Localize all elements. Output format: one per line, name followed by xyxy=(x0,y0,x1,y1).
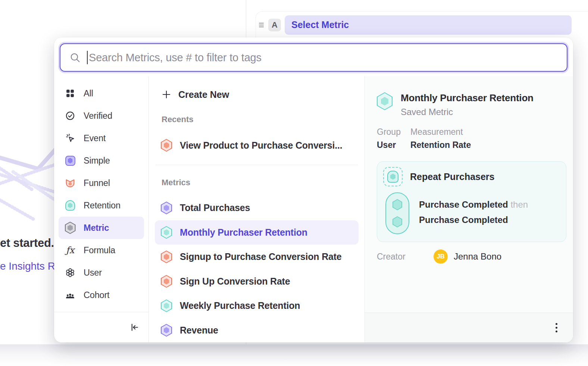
metric-item-weekly-purchase-retention[interactable]: Weekly Purchase Retention xyxy=(155,294,359,318)
search-icon xyxy=(69,52,81,63)
simple-icon xyxy=(65,154,76,167)
metric-list-column: Create New Recents View Product to Purch… xyxy=(149,76,365,342)
definition-card: Repeat Purchasers Purchase Completed the… xyxy=(377,161,566,242)
creator-name: Jenna Bono xyxy=(454,251,501,262)
event-hexagon-icon xyxy=(392,199,402,210)
sidebar-item-event[interactable]: Event xyxy=(59,127,144,149)
query-builder-row: A Select Metric xyxy=(256,11,588,38)
avatar: JB xyxy=(434,249,448,264)
sidebar-item-formula[interactable]: ƒx Formula xyxy=(59,239,144,261)
text-cursor xyxy=(87,51,88,64)
metric-picker-dialog: Search Metrics, use # to filter to tags … xyxy=(54,37,573,342)
event-hexagon-icon xyxy=(392,216,402,227)
verified-badge-icon xyxy=(65,109,76,122)
background-link-partial[interactable]: e Insights Re xyxy=(0,260,55,272)
metric-item-signup-to-purchase[interactable]: Signup to Purchase Conversion Rate xyxy=(155,245,359,269)
cohort-people-icon xyxy=(65,289,76,301)
measurement-value: Retention Rate xyxy=(410,140,471,150)
recents-header: Recents xyxy=(162,115,359,124)
metric-item-signup-conversion[interactable]: Sign Up Conversion Rate xyxy=(155,269,359,294)
funnel-metric-icon xyxy=(161,275,172,288)
creator-row: Creator JB Jenna Bono xyxy=(377,249,567,264)
definition-steps: Purchase Completed then Purchase Complet… xyxy=(419,192,528,234)
step-2: Purchase Completed xyxy=(419,215,508,225)
background-heading-partial: et started. xyxy=(0,236,55,250)
recent-item[interactable]: View Product to Purchase Conversi... xyxy=(155,133,359,158)
metric-detail-panel: Monthly Purchaser Retention Saved Metric… xyxy=(365,76,573,342)
retention-definition-icon xyxy=(383,167,403,186)
step-connector: then xyxy=(510,199,528,210)
metric-hexagon-icon xyxy=(65,221,76,234)
sidebar-item-user[interactable]: User xyxy=(59,261,144,284)
detail-subtitle: Saved Metric xyxy=(401,107,534,117)
sidebar-item-retention[interactable]: Retention xyxy=(59,194,144,217)
metric-item-monthly-purchaser-retention[interactable]: Monthly Purchaser Retention xyxy=(155,220,359,245)
select-metric-label: Select Metric xyxy=(291,19,349,30)
metric-item-total-purchases[interactable]: Total Purchases xyxy=(155,196,359,220)
sidebar-footer xyxy=(54,312,148,342)
collapse-left-icon xyxy=(129,322,140,332)
simple-metric-icon xyxy=(161,202,172,214)
sidebar-item-verified[interactable]: Verified xyxy=(59,105,144,127)
category-sidebar: All Verified Event xyxy=(54,76,149,342)
plus-icon xyxy=(162,90,171,99)
measurement-label: Measurement xyxy=(410,127,471,137)
retention-metric-icon-large xyxy=(377,92,392,110)
user-cluster-icon xyxy=(65,266,76,279)
step-1: Purchase Completed xyxy=(419,199,508,210)
detail-header: Monthly Purchaser Retention Saved Metric xyxy=(377,92,567,117)
sidebar-item-metric[interactable]: Metric xyxy=(59,217,144,239)
definition-name: Repeat Purchasers xyxy=(410,171,495,182)
funnel-metric-icon xyxy=(161,251,172,263)
grid-icon xyxy=(65,87,76,100)
search-area: Search Metrics, use # to filter to tags xyxy=(54,37,573,76)
page-bottom-edge xyxy=(0,344,588,366)
event-sequence-capsule xyxy=(385,192,409,234)
overflow-menu-button[interactable] xyxy=(553,321,560,335)
retention-metric-icon xyxy=(161,226,172,239)
search-input[interactable]: Search Metrics, use # to filter to tags xyxy=(60,43,567,72)
list-divider xyxy=(156,165,358,165)
collapse-sidebar-button[interactable] xyxy=(129,322,140,332)
formula-fx-icon: ƒx xyxy=(65,244,76,257)
drag-handle-icon[interactable] xyxy=(259,23,264,27)
simple-metric-icon xyxy=(161,324,172,336)
retention-icon xyxy=(65,199,76,212)
group-value: User xyxy=(377,140,401,150)
funnel-icon xyxy=(65,177,76,189)
detail-info-grid: Group Measurement User Retention Rate xyxy=(377,127,471,150)
creator-label: Creator xyxy=(377,252,434,262)
sidebar-item-cohort[interactable]: Cohort xyxy=(59,284,144,306)
event-cursor-icon xyxy=(65,132,76,145)
metrics-header: Metrics xyxy=(162,178,359,187)
search-placeholder: Search Metrics, use # to filter to tags xyxy=(89,52,262,64)
detail-footer xyxy=(365,313,573,342)
sidebar-item-funnel[interactable]: Funnel xyxy=(59,172,144,194)
group-label: Group xyxy=(377,127,401,137)
detail-title: Monthly Purchaser Retention xyxy=(401,92,534,104)
sidebar-item-simple[interactable]: Simple xyxy=(59,149,144,172)
query-letter-badge: A xyxy=(268,19,281,31)
sidebar-item-all[interactable]: All xyxy=(59,82,144,105)
select-metric-pill[interactable]: Select Metric xyxy=(285,15,572,35)
funnel-metric-icon xyxy=(161,139,172,152)
create-new-button[interactable]: Create New xyxy=(155,83,359,106)
metrics-list: Total Purchases Monthly Purchaser Retent… xyxy=(155,196,359,342)
retention-metric-icon xyxy=(161,300,172,312)
metric-item-revenue[interactable]: Revenue xyxy=(155,318,359,343)
